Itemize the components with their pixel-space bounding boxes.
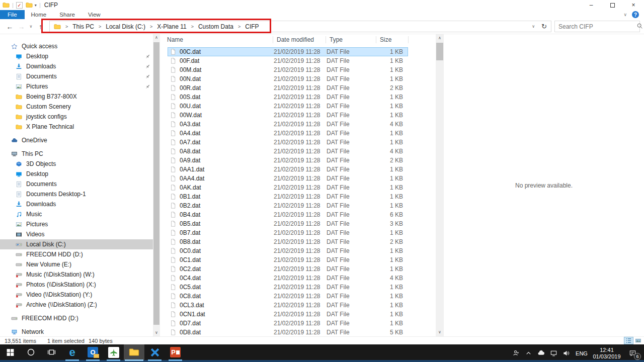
sidebar-item-freecom-hdd-d[interactable]: FREECOM HDD (D:) (0, 313, 153, 323)
search-input[interactable] (558, 23, 636, 30)
scroll-up-icon[interactable]: ∧ (436, 36, 444, 40)
onedrive-tray-icon[interactable] (535, 345, 547, 361)
minimize-button[interactable]: – (581, 0, 602, 10)
sidebar-item-documents[interactable]: Documents (0, 71, 153, 81)
file-row-00r-dat[interactable]: 00R.dat21/02/2019 11:28DAT File2 KB (168, 83, 408, 93)
help-icon[interactable]: ? (632, 11, 639, 18)
file-row-0d8-dat[interactable]: 0D8.dat21/02/2019 11:28DAT File5 KB (168, 328, 408, 337)
search-box[interactable] (554, 21, 640, 32)
file-row-0b7-dat[interactable]: 0B7.dat21/02/2019 11:28DAT File1 KB (168, 228, 408, 237)
address-dropdown-icon[interactable]: ∨ (532, 24, 535, 29)
file-row-0b4-dat[interactable]: 0B4.dat21/02/2019 11:28DAT File6 KB (168, 210, 408, 219)
thumbnails-view-button[interactable] (633, 337, 643, 344)
file-list-scrollbar-thumb[interactable] (436, 43, 443, 60)
sidebar-item-pictures[interactable]: Pictures (0, 81, 153, 92)
file-row-00w-dat[interactable]: 00W.dat21/02/2019 11:28DAT File1 KB (168, 111, 408, 120)
taskbar-outlook-icon[interactable]: O (83, 344, 103, 360)
tab-share[interactable]: Share (53, 10, 82, 19)
sidebar-item-documents-desktop-1[interactable]: Documents Desktop-1 (0, 189, 153, 199)
language-indicator[interactable]: ENG (573, 350, 591, 356)
people-icon[interactable] (510, 345, 522, 361)
file-row-0b1-dat[interactable]: 0B1.dat21/02/2019 11:28DAT File1 KB (168, 192, 408, 201)
file-row-0cl3-dat[interactable]: 0CL3.dat21/02/2019 11:28DAT File1 KB (168, 301, 408, 310)
sidebar-item-video-diskstation-y[interactable]: Video (\\DiskStation) (Y:) (0, 290, 153, 300)
quick-access-folder-icon[interactable] (26, 2, 33, 9)
taskbar-edge-icon[interactable]: e (62, 344, 83, 360)
file-row-0a3-dat[interactable]: 0A3.dat21/02/2019 11:28DAT File4 KB (168, 120, 408, 129)
file-row-0a9-dat[interactable]: 0A9.dat21/02/2019 11:28DAT File2 KB (168, 156, 408, 165)
file-row-0c1-dat[interactable]: 0C1.dat21/02/2019 11:28DAT File1 KB (168, 255, 408, 264)
sidebar-item-x-plane-technical[interactable]: X Plane Technical (0, 122, 153, 132)
sidebar-item-videos[interactable]: Videos (0, 229, 153, 239)
sidebar-item-3d-objects[interactable]: 3D Objects (0, 159, 153, 169)
close-button[interactable]: × (623, 0, 644, 10)
taskbar-xplane-installer-icon[interactable] (103, 344, 124, 360)
back-button[interactable]: ← (4, 23, 16, 31)
sidebar-scrollbar-thumb[interactable] (153, 42, 159, 325)
file-row-0b8-dat[interactable]: 0B8.dat21/02/2019 11:28DAT File2 KB (168, 237, 408, 246)
column-header-name[interactable]: Name (160, 36, 273, 43)
sidebar-item-archive-diskstation-z[interactable]: Archive (\\DiskStation) (Z:) (0, 300, 153, 310)
sidebar-item-this-pc[interactable]: This PC (0, 149, 153, 159)
task-view-button[interactable] (41, 344, 62, 360)
ribbon-collapse-icon[interactable]: ∨ (623, 12, 627, 17)
forward-button[interactable]: → (16, 23, 27, 31)
file-row-00s-dat[interactable]: 00S.dat21/02/2019 11:28DAT File1 KB (168, 93, 408, 102)
file-row-0cn1-dat[interactable]: 0CN1.dat21/02/2019 11:28DAT File1 KB (168, 310, 408, 319)
search-icon[interactable] (636, 22, 643, 31)
column-header-date-modified[interactable]: Date modified (273, 36, 326, 43)
maximize-button[interactable] (602, 0, 623, 10)
scroll-up-icon[interactable]: ∧ (153, 35, 160, 40)
sidebar-item-quick-access[interactable]: Quick access (0, 41, 153, 51)
scroll-down-icon[interactable]: ∨ (153, 330, 160, 335)
file-row-0a8-dat[interactable]: 0A8.dat21/02/2019 11:28DAT File4 KB (168, 147, 408, 156)
quick-access-caret-icon[interactable]: ▾ (35, 3, 37, 8)
taskbar-file-explorer-icon[interactable] (124, 344, 144, 360)
start-button[interactable] (0, 344, 21, 360)
file-row-00c-dat[interactable]: 00C.dat21/02/2019 11:28DAT File1 KB (168, 47, 408, 56)
file-row-0b2-dat[interactable]: 0B2.dat21/02/2019 11:28DAT File1 KB (168, 201, 408, 210)
sidebar-item-photos-diskstation-x[interactable]: Photos (\\DiskStation) (X:) (0, 280, 153, 290)
sidebar-item-desktop[interactable]: Desktop (0, 169, 153, 179)
file-row-00m-dat[interactable]: 00M.dat21/02/2019 11:28DAT File1 KB (168, 65, 408, 74)
show-hidden-icons-button[interactable] (522, 345, 535, 361)
sidebar-item-onedrive[interactable]: OneDrive (0, 135, 153, 145)
column-header-size[interactable]: Size (376, 36, 409, 43)
scroll-down-icon[interactable]: ∨ (436, 330, 444, 334)
action-center-button[interactable]: 6 (623, 345, 642, 361)
clock[interactable]: 12:41 01/03/2019 (591, 347, 623, 360)
column-header-type[interactable]: Type (326, 36, 376, 43)
sidebar-item-music-diskstation-w[interactable]: Music (\\DiskStation) (W:) (0, 269, 153, 280)
file-row-0c4-dat[interactable]: 0C4.dat21/02/2019 11:28DAT File4 KB (168, 274, 408, 283)
tab-view[interactable]: View (82, 10, 107, 19)
file-row-0c2-dat[interactable]: 0C2.dat21/02/2019 11:28DAT File1 KB (168, 264, 408, 274)
sidebar-item-boeing-b737-800x[interactable]: Boeing B737-800X (0, 92, 153, 102)
file-row-00u-dat[interactable]: 00U.dat21/02/2019 11:28DAT File1 KB (168, 102, 408, 111)
file-row-0b5-dat[interactable]: 0B5.dat21/02/2019 11:28DAT File3 KB (168, 219, 408, 228)
network-tray-icon[interactable] (547, 345, 560, 361)
cortana-button[interactable] (21, 344, 41, 360)
sidebar-item-desktop[interactable]: Desktop (0, 51, 153, 61)
sidebar-item-pictures[interactable]: Pictures (0, 219, 153, 229)
taskbar-x-plane-icon[interactable] (144, 344, 165, 360)
file-row-00f-dat[interactable]: 00F.dat21/02/2019 11:28DAT File1 KB (168, 56, 408, 65)
tab-home[interactable]: Home (25, 10, 53, 19)
file-row-0aa1-dat[interactable]: 0AA1.dat21/02/2019 11:28DAT File1 KB (168, 165, 408, 174)
sidebar-item-documents[interactable]: Documents (0, 179, 153, 189)
recent-locations-icon[interactable]: ∨ (27, 24, 35, 29)
file-row-0c8-dat[interactable]: 0C8.dat21/02/2019 11:28DAT File1 KB (168, 292, 408, 301)
file-row-0d7-dat[interactable]: 0D7.dat21/02/2019 11:28DAT File1 KB (168, 319, 408, 328)
sidebar-item-downloads[interactable]: Downloads (0, 61, 153, 71)
sidebar-item-local-disk-c[interactable]: Local Disk (C:) (0, 239, 153, 249)
sidebar-item-freecom-hdd-d[interactable]: FREECOM HDD (D:) (0, 249, 153, 259)
sidebar-item-joystick-configs[interactable]: joystick configs (0, 112, 153, 122)
file-row-0c5-dat[interactable]: 0C5.dat21/02/2019 11:28DAT File1 KB (168, 283, 408, 292)
quick-access-check-icon[interactable]: ✓ (16, 2, 23, 9)
taskbar-powerpoint-icon[interactable]: P (165, 344, 186, 360)
sidebar-item-music[interactable]: Music (0, 209, 153, 219)
file-list-scrollbar[interactable]: ∧ ∨ (436, 34, 444, 336)
sidebar-item-network[interactable]: Network (0, 327, 153, 337)
sidebar-item-downloads[interactable]: Downloads (0, 199, 153, 209)
file-row-00n-dat[interactable]: 00N.dat21/02/2019 11:28DAT File1 KB (168, 74, 408, 83)
sidebar-item-new-volume-e[interactable]: New Volume (E:) (0, 259, 153, 269)
